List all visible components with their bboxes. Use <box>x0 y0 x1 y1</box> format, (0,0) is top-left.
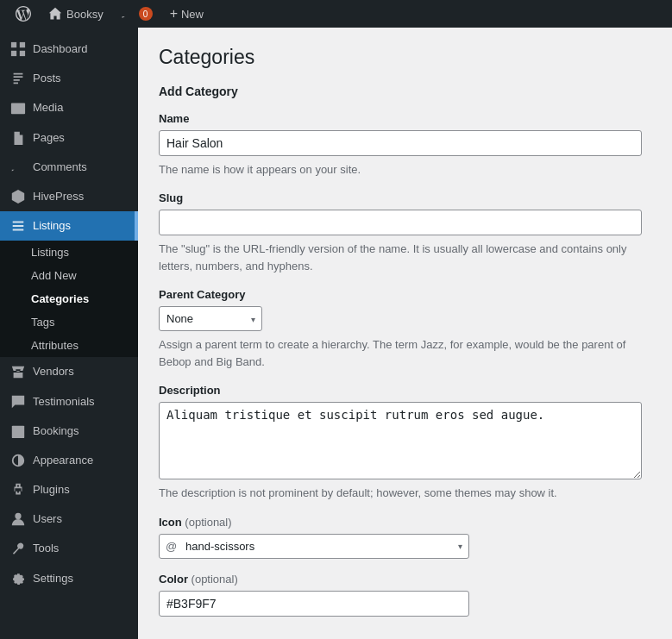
comments-item[interactable]: 0 <box>112 0 161 28</box>
svg-rect-7 <box>12 425 24 437</box>
site-name-item[interactable]: Booksy <box>40 0 112 28</box>
listings-icon <box>10 218 26 234</box>
slug-hint: The "slug" is the URL-friendly version o… <box>159 241 642 274</box>
add-category-title: Add Category <box>159 85 651 98</box>
vendors-icon <box>10 364 26 379</box>
parent-category-select[interactable]: None <box>159 306 262 331</box>
sidebar-label-pages: Pages <box>33 130 65 146</box>
slug-label: Slug <box>159 191 651 204</box>
main-layout: Dashboard Posts Media Pages Comments Hiv… <box>0 28 672 639</box>
color-input[interactable] <box>159 591 469 617</box>
sidebar-item-media[interactable]: Media <box>0 93 138 122</box>
color-label-text: Color <box>159 573 188 586</box>
add-category-section: Add Category Name The name is how it app… <box>159 85 651 617</box>
dashboard-icon <box>10 41 26 57</box>
sidebar-item-testimonials[interactable]: Testimonials <box>0 387 138 417</box>
icon-field: Icon (optional) @ hand-scissors ▾ <box>159 516 651 559</box>
posts-icon <box>10 71 26 86</box>
sidebar-label-users: Users <box>33 511 62 527</box>
slug-input[interactable] <box>159 210 642 235</box>
svg-point-5 <box>14 105 16 108</box>
parent-category-field: Parent Category None ▾ Assign a parent t… <box>159 288 651 370</box>
svg-rect-1 <box>20 42 25 47</box>
icon-label-text: Icon <box>159 516 182 529</box>
name-field: Name The name is how it appears on your … <box>159 112 651 179</box>
sidebar-item-bookings[interactable]: Bookings <box>0 417 138 446</box>
settings-icon <box>10 571 26 586</box>
sidebar-item-appearance[interactable]: Appearance <box>0 446 138 475</box>
slug-field: Slug The "slug" is the URL-friendly vers… <box>159 191 651 274</box>
sidebar-item-tools[interactable]: Tools <box>0 534 138 563</box>
sidebar-item-pages[interactable]: Pages <box>0 123 138 153</box>
sidebar-label-dashboard: Dashboard <box>33 41 88 57</box>
sidebar: Dashboard Posts Media Pages Comments Hiv… <box>0 28 138 639</box>
sidebar-item-dashboard[interactable]: Dashboard <box>0 34 138 64</box>
parent-category-select-wrapper: None ▾ <box>159 306 262 331</box>
content-area: Categories Add Category Name The name is… <box>138 28 672 639</box>
page-title: Categories <box>159 45 651 71</box>
testimonials-icon <box>10 394 26 410</box>
tools-icon <box>10 542 26 557</box>
description-field: Description Aliquam tristique et suscipi… <box>159 384 651 502</box>
sidebar-label-plugins: Plugins <box>33 482 70 498</box>
sidebar-label-posts: Posts <box>33 71 61 86</box>
sidebar-item-settings[interactable]: Settings <box>0 564 138 593</box>
icon-select-wrapper: @ hand-scissors ▾ <box>159 534 469 559</box>
svg-rect-2 <box>11 51 16 56</box>
color-label-optional: (optional) <box>192 573 238 586</box>
name-label: Name <box>159 112 651 125</box>
sidebar-label-vendors: Vendors <box>33 364 74 379</box>
submenu-item-listings[interactable]: Listings <box>0 241 138 264</box>
name-input[interactable] <box>159 130 642 156</box>
site-name: Booksy <box>66 8 104 21</box>
description-label: Description <box>159 384 651 397</box>
new-item[interactable]: + New <box>161 0 212 28</box>
sidebar-label-testimonials: Testimonials <box>33 394 95 410</box>
sidebar-label-media: Media <box>33 100 63 116</box>
submenu-item-add-new[interactable]: Add New <box>0 264 138 287</box>
sidebar-label-appearance: Appearance <box>33 453 93 468</box>
submenu-item-tags[interactable]: Tags <box>0 310 138 334</box>
plugins-icon <box>10 482 26 498</box>
svg-point-8 <box>15 513 21 519</box>
comment-icon <box>121 7 135 21</box>
new-label: New <box>181 8 204 21</box>
sidebar-label-tools: Tools <box>33 541 59 556</box>
name-hint: The name is how it appears on your site. <box>159 161 642 179</box>
description-textarea[interactable]: Aliquam tristique et suscipit rutrum ero… <box>159 402 642 479</box>
sidebar-label-hivepress: HivePress <box>33 189 84 204</box>
wp-logo-item[interactable] <box>7 0 40 28</box>
sidebar-item-vendors[interactable]: Vendors <box>0 357 138 386</box>
home-icon <box>48 7 62 21</box>
sidebar-label-comments: Comments <box>33 160 87 175</box>
media-icon <box>10 100 26 116</box>
submenu-item-categories[interactable]: Categories <box>0 287 138 310</box>
parent-category-label: Parent Category <box>159 288 651 301</box>
plus-icon: + <box>170 6 178 22</box>
bookings-icon <box>10 423 26 439</box>
sidebar-label-listings: Listings <box>33 218 71 234</box>
sidebar-item-listings[interactable]: Listings <box>0 211 138 241</box>
svg-marker-6 <box>12 190 24 204</box>
comment-count: 0 <box>139 7 153 21</box>
color-label: Color (optional) <box>159 573 651 586</box>
listings-submenu: Listings Add New Categories Tags Attribu… <box>0 241 138 357</box>
icon-label: Icon (optional) <box>159 516 651 529</box>
svg-rect-3 <box>20 51 25 56</box>
sidebar-item-hivepress[interactable]: HivePress <box>0 182 138 211</box>
users-icon <box>10 511 26 527</box>
sidebar-label-settings: Settings <box>33 571 73 586</box>
pages-icon <box>10 130 26 146</box>
hivepress-icon <box>10 189 26 204</box>
sidebar-item-plugins[interactable]: Plugins <box>0 475 138 504</box>
sidebar-label-bookings: Bookings <box>33 423 79 439</box>
parent-hint: Assign a parent term to create a hierarc… <box>159 336 642 370</box>
submenu-item-attributes[interactable]: Attributes <box>0 334 138 357</box>
wp-icon <box>16 6 31 22</box>
sidebar-item-users[interactable]: Users <box>0 504 138 534</box>
sidebar-item-comments[interactable]: Comments <box>0 153 138 182</box>
icon-select[interactable]: hand-scissors <box>159 534 469 559</box>
appearance-icon <box>10 453 26 468</box>
svg-rect-0 <box>11 42 16 47</box>
sidebar-item-posts[interactable]: Posts <box>0 64 138 93</box>
